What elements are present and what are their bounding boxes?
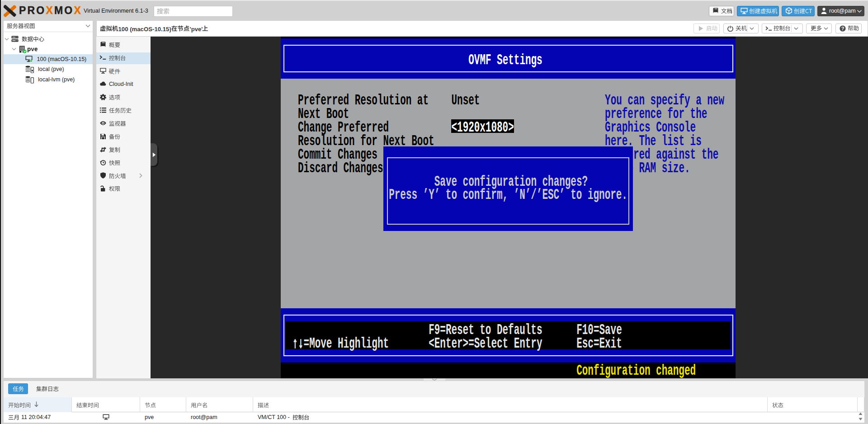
svg-text:?: ? (841, 26, 844, 31)
